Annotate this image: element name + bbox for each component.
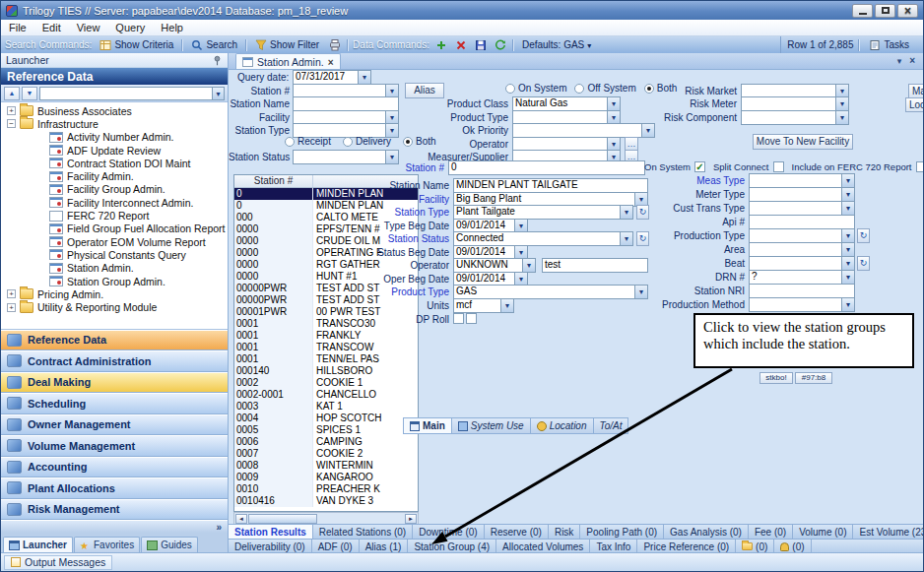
bottom-tab[interactable]: Tax Info <box>590 540 637 553</box>
table-row[interactable]: 0002 COOKIE 1 <box>234 377 418 389</box>
dropdown-arrow-icon[interactable] <box>358 71 370 84</box>
bottom-tab[interactable]: Reserve (0) <box>485 525 549 539</box>
tree-filter-input[interactable] <box>39 87 225 100</box>
station-status-input[interactable]: Connected <box>453 231 633 246</box>
meter-type-input[interactable] <box>749 187 855 202</box>
tab-station-admin[interactable]: Station Admin. <box>235 53 341 69</box>
accordion-item[interactable]: Scheduling <box>1 393 228 414</box>
close-tab-icon[interactable] <box>328 56 334 68</box>
tree-item[interactable]: Station Group Admin. <box>1 275 228 287</box>
accordion-item[interactable]: Accounting <box>1 457 228 478</box>
panel-tab[interactable]: Guides <box>141 537 198 552</box>
table-row[interactable]: 0005 SPICES 1 <box>234 424 418 436</box>
bottom-tab[interactable]: Downtime (0) <box>413 525 484 539</box>
operator-note-input[interactable]: test <box>542 258 648 273</box>
close-document-icon[interactable] <box>909 55 915 66</box>
radio-option-on-system[interactable]: On System <box>505 83 566 94</box>
bottom-tab[interactable]: Fee (0) <box>749 525 793 539</box>
tree-item[interactable]: Station Admin. <box>1 262 228 275</box>
bottom-tab[interactable]: Station Results <box>229 525 313 539</box>
tree-item[interactable]: Physical Constants Query <box>1 248 228 261</box>
accordion-item[interactable]: Owner Management <box>1 414 228 436</box>
menu-item[interactable]: Help <box>153 21 191 34</box>
tree-collapse-button[interactable] <box>4 87 20 100</box>
accordion-item[interactable]: Risk Management <box>1 499 228 521</box>
split-connect-option[interactable]: Split Connect <box>713 161 784 172</box>
station-number-summary-input[interactable]: 0 <box>448 160 645 175</box>
show-filter-button[interactable]: Show Filter <box>251 38 323 52</box>
tab-list-dropdown-icon[interactable] <box>897 55 902 66</box>
tree-item[interactable]: + Pricing Admin. <box>1 287 228 300</box>
bottom-tab[interactable]: Allocated Volumes <box>496 540 590 553</box>
drn-number-input[interactable]: ? <box>749 270 855 285</box>
dropdown-arrow-icon[interactable] <box>835 97 848 110</box>
bottom-tab[interactable]: Gas Analysis (0) <box>664 525 749 539</box>
meas-type-input[interactable] <box>749 173 855 188</box>
station-number-column-header[interactable]: Station # <box>234 175 313 187</box>
accordion-item[interactable]: Plant Allocations <box>1 477 228 499</box>
table-row[interactable]: 0006 CAMPING <box>234 436 418 448</box>
bottom-tab[interactable]: ADF (0) <box>312 540 360 553</box>
tree-expander[interactable]: + <box>7 289 16 298</box>
scrollbar-thumb[interactable] <box>248 514 317 524</box>
detail-subtab[interactable]: To/At <box>594 417 629 434</box>
table-row[interactable]: 0001 TENN/EL PAS <box>234 353 418 365</box>
menu-item[interactable]: Query <box>107 21 153 34</box>
accordion-item[interactable]: Volume Management <box>1 435 228 457</box>
table-row[interactable]: 0009 KANGAROO <box>234 472 418 483</box>
tree-item[interactable]: Facility Interconnect Admin. <box>1 196 228 209</box>
dropdown-arrow-icon[interactable] <box>841 188 854 201</box>
on-system-checkbox[interactable] <box>694 161 705 172</box>
clipped-right-button-1[interactable]: Ma <box>908 84 924 98</box>
delete-row-button[interactable] <box>453 39 469 51</box>
table-row[interactable]: 0004 HOP SCOTCH <box>234 413 418 424</box>
station-nri-input[interactable] <box>749 284 855 298</box>
detail-subtab[interactable]: Main <box>403 417 452 434</box>
tree-item[interactable]: Facility Group Admin. <box>1 183 228 196</box>
overflow-chevron-icon[interactable] <box>216 522 222 533</box>
dropdown-arrow-icon[interactable] <box>841 257 854 270</box>
minimize-button[interactable] <box>852 4 873 18</box>
dp-roll-secondary-checkbox[interactable] <box>466 313 477 324</box>
radio-option-receipt[interactable]: Receipt <box>285 136 331 147</box>
dropdown-arrow-icon[interactable] <box>500 299 513 312</box>
tree-item[interactable]: Field Group Fuel Allocation Report <box>1 222 228 235</box>
defaults-button[interactable]: Defaults: GAS <box>518 38 595 51</box>
table-row[interactable]: 000140 HILLSBORO <box>234 365 418 377</box>
scroll-left-icon[interactable] <box>235 514 247 524</box>
table-row[interactable]: 0010 PREACHER K <box>234 483 418 495</box>
menu-item[interactable]: View <box>69 21 108 34</box>
dropdown-arrow-icon[interactable] <box>641 124 654 137</box>
table-row[interactable]: 0001 TRANSCOW <box>234 342 418 353</box>
bottom-tab[interactable]: Deliverability (0) <box>229 540 312 553</box>
tree-item[interactable]: Operator EOM Volume Report <box>1 235 228 248</box>
beat-refresh-button[interactable] <box>857 256 870 271</box>
bottom-tab[interactable]: (0) <box>736 540 774 553</box>
clipped-right-button-2[interactable]: Loca <box>905 97 924 112</box>
close-button[interactable] <box>897 4 918 18</box>
tree-item[interactable]: Activity Number Admin. <box>1 131 228 144</box>
show-criteria-button[interactable]: Show Criteria <box>96 38 177 52</box>
ok-priority-input[interactable] <box>512 123 655 138</box>
bottom-tab[interactable]: Risk <box>549 525 580 539</box>
tree-expand-button[interactable] <box>22 87 37 100</box>
split-connect-checkbox[interactable] <box>773 161 784 172</box>
tree-item[interactable]: FERC 720 Report <box>1 209 228 222</box>
tree-item[interactable]: ADF Update Review <box>1 144 228 157</box>
tasks-button[interactable]: Tasks <box>865 38 913 52</box>
risk-meter-input[interactable] <box>741 96 849 111</box>
dropdown-arrow-icon[interactable] <box>835 111 848 124</box>
save-button[interactable] <box>473 39 489 51</box>
dropdown-arrow-icon[interactable] <box>841 229 854 242</box>
tree-expander[interactable]: + <box>7 106 16 115</box>
dropdown-arrow-icon[interactable] <box>841 298 854 311</box>
dropdown-arrow-icon[interactable] <box>841 202 854 215</box>
table-row[interactable]: 0002-0001 CHANCELLO <box>234 389 418 401</box>
bottom-tab[interactable]: Volume (0) <box>793 525 853 539</box>
dropdown-arrow-icon[interactable] <box>841 174 854 187</box>
table-row[interactable]: 0007 COOKIE 2 <box>234 448 418 460</box>
menu-item[interactable]: File <box>1 21 34 34</box>
bottom-tab[interactable]: Alias (1) <box>360 540 409 553</box>
dropdown-arrow-icon[interactable] <box>841 271 854 284</box>
detail-mini-button-1[interactable]: stkbo! <box>759 372 793 384</box>
